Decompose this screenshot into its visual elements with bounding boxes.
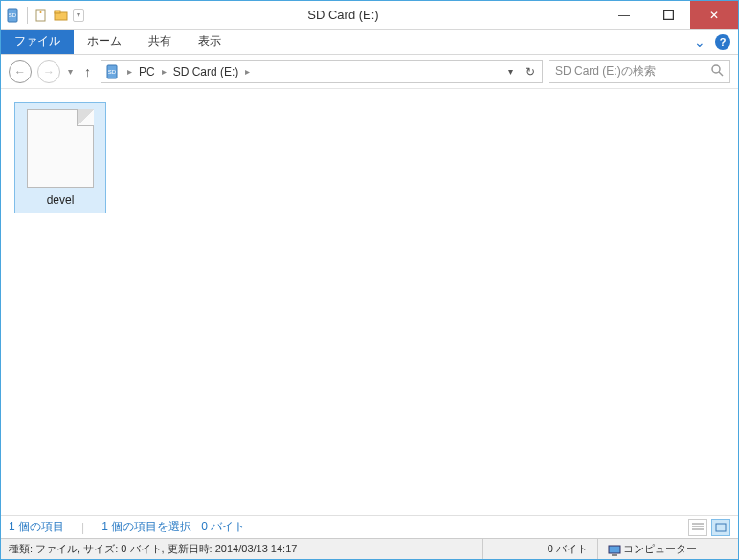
- file-icon: [27, 109, 94, 188]
- navbar: ← → ▾ ↑ SD ▸ PC ▸ SD Card (E:) ▸ ▾ ↻ SD …: [1, 55, 738, 89]
- ribbon-right: ⌄ ?: [694, 30, 738, 54]
- tab-file[interactable]: ファイル: [1, 30, 74, 54]
- breadcrumb-pc[interactable]: PC: [135, 61, 159, 82]
- view-toggles: [688, 519, 730, 536]
- properties-icon[interactable]: [33, 7, 50, 24]
- file-view[interactable]: devel: [1, 89, 738, 515]
- selection-label: 1 個の項目を選択 0 バイト: [101, 519, 245, 535]
- svg-rect-5: [55, 11, 60, 13]
- folder-icon[interactable]: [53, 7, 70, 24]
- svg-rect-2: [36, 10, 45, 21]
- tab-share[interactable]: 共有: [135, 30, 185, 54]
- explorer-window: SD ▾ SD Card (E:) — ✕ ファイル ホーム: [0, 0, 739, 560]
- maximize-button[interactable]: [646, 1, 690, 29]
- file-name-label: devel: [19, 193, 101, 207]
- collapse-ribbon-icon[interactable]: ⌄: [694, 34, 705, 50]
- minimize-button[interactable]: —: [602, 1, 646, 29]
- svg-rect-16: [612, 554, 617, 556]
- tab-home[interactable]: ホーム: [74, 30, 135, 54]
- search-placeholder: SD Card (E:)の検索: [555, 63, 656, 79]
- status-separator: |: [81, 521, 84, 534]
- details-size: 0 バイト: [483, 539, 598, 559]
- search-input[interactable]: SD Card (E:)の検索: [549, 60, 730, 83]
- qat-area: SD ▾: [1, 1, 84, 29]
- svg-text:SD: SD: [108, 69, 117, 75]
- refresh-button[interactable]: ↻: [519, 65, 542, 78]
- location-sd-icon: SD: [105, 64, 121, 79]
- svg-point-3: [40, 11, 42, 13]
- breadcrumb-sep-icon[interactable]: ▸: [242, 66, 253, 77]
- details-text: 種類: ファイル, サイズ: 0 バイト, 更新日時: 2014/03/13 1…: [7, 539, 483, 559]
- qat-separator: [27, 7, 28, 24]
- up-button[interactable]: ↑: [80, 64, 95, 79]
- view-icons-button[interactable]: [711, 519, 730, 536]
- address-dropdown-icon[interactable]: ▾: [502, 66, 519, 77]
- window-title: SD Card (E:): [84, 1, 602, 29]
- search-icon: [711, 64, 724, 79]
- breadcrumb-current[interactable]: SD Card (E:): [169, 61, 243, 82]
- svg-line-10: [719, 72, 723, 76]
- computer-icon: [608, 545, 619, 554]
- qat-dropdown-icon[interactable]: ▾: [73, 9, 84, 22]
- view-details-button[interactable]: [688, 519, 707, 536]
- qat-toolbar: ▾: [33, 7, 84, 24]
- breadcrumb-sep-icon[interactable]: ▸: [124, 66, 135, 77]
- svg-point-9: [712, 65, 720, 73]
- titlebar: SD ▾ SD Card (E:) — ✕: [1, 1, 738, 30]
- details-location: コンピューター: [598, 539, 732, 559]
- history-dropdown-icon[interactable]: ▾: [66, 66, 75, 77]
- window-controls: — ✕: [602, 1, 738, 29]
- address-bar[interactable]: SD ▸ PC ▸ SD Card (E:) ▸ ▾ ↻: [101, 60, 543, 83]
- forward-button[interactable]: →: [37, 60, 60, 83]
- status-bar: 1 個の項目 | 1 個の項目を選択 0 バイト: [1, 515, 738, 538]
- tab-view[interactable]: 表示: [185, 30, 235, 54]
- sd-card-icon: SD: [5, 7, 22, 24]
- details-bar: 種類: ファイル, サイズ: 0 バイト, 更新日時: 2014/03/13 1…: [1, 538, 738, 559]
- back-button[interactable]: ←: [9, 60, 32, 83]
- breadcrumb-sep-icon[interactable]: ▸: [159, 66, 169, 77]
- item-count-label: 1 個の項目: [9, 519, 64, 535]
- svg-rect-6: [663, 11, 673, 20]
- svg-rect-15: [609, 546, 620, 553]
- svg-text:SD: SD: [9, 12, 17, 18]
- help-icon[interactable]: ?: [715, 34, 730, 50]
- svg-rect-14: [716, 524, 726, 531]
- ribbon-tabs: ファイル ホーム 共有 表示 ⌄ ?: [1, 30, 738, 55]
- ribbon-spacer: [235, 30, 694, 54]
- close-button[interactable]: ✕: [690, 1, 738, 29]
- file-item[interactable]: devel: [14, 102, 106, 213]
